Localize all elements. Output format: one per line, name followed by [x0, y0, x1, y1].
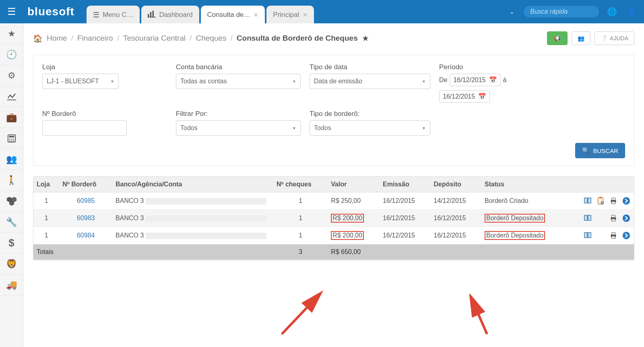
th-status[interactable]: Status: [481, 177, 570, 192]
group-button[interactable]: 👥: [572, 31, 590, 45]
svg-rect-30: [611, 215, 615, 218]
clipboard-add-icon[interactable]: [596, 196, 605, 205]
filtrar-select[interactable]: Todos ▼: [176, 120, 301, 136]
breadcrumb-item[interactable]: Cheques: [196, 34, 227, 43]
cell-emissao: 16/12/2015: [380, 227, 430, 244]
th-ncheques[interactable]: Nº cheques: [273, 177, 328, 192]
svg-rect-6: [9, 136, 14, 137]
nbordero-input[interactable]: [42, 120, 127, 136]
sidebar-chart[interactable]: [0, 86, 23, 107]
tab-label: Consulta de…: [207, 11, 251, 19]
date-to-input[interactable]: 16/12/2015 📅: [439, 90, 490, 103]
sidebar-users[interactable]: 👥: [0, 149, 23, 170]
cell-nbordero[interactable]: 60985: [59, 192, 112, 210]
chevron-down-icon[interactable]: ⌄: [506, 6, 518, 17]
th-emissao[interactable]: Emissão: [380, 177, 430, 192]
th-deposito[interactable]: Depósito: [431, 177, 481, 192]
go-arrow-icon[interactable]: [622, 214, 631, 223]
cell-loja: 1: [33, 227, 59, 244]
th-loja[interactable]: Loja: [33, 177, 59, 192]
caret-icon: ▼: [292, 126, 296, 130]
quick-search-input[interactable]: [523, 5, 600, 18]
caret-icon: ▼: [422, 126, 426, 130]
loja-select[interactable]: LJ-1 - BLUESOFT ▼: [42, 74, 119, 89]
breadcrumb-home[interactable]: Home: [47, 34, 67, 43]
announce-button[interactable]: 📢: [547, 31, 568, 45]
cell-valor: R$ 250,00: [328, 192, 380, 210]
tab-label: Principal: [273, 11, 299, 19]
conta-select[interactable]: Todas as contas ▼: [176, 74, 301, 89]
book-icon[interactable]: [583, 231, 592, 240]
cell-actions: [570, 210, 634, 227]
svg-point-8: [11, 138, 12, 140]
favorite-star-icon[interactable]: ★: [362, 33, 369, 43]
cell-actions: [570, 227, 634, 244]
cell-valor: R$ 200,00: [328, 210, 380, 227]
calendar-icon: 📅: [478, 93, 486, 100]
th-banco[interactable]: Banco/Agência/Conta: [112, 177, 273, 192]
printer-icon[interactable]: [609, 214, 618, 223]
search-button[interactable]: 🔍 BUSCAR: [575, 143, 625, 158]
sidebar-gear[interactable]: ⚙: [0, 65, 23, 86]
sidebar: ★ 🕘 ⚙ 💼 👥 🚶 🔧 $ 🦁 🚚: [0, 23, 23, 347]
table-row: 160983BANCO 3 1R$ 200,0016/12/201516/12/…: [33, 210, 634, 227]
tab-consulta[interactable]: Consulta de… ✕: [201, 6, 265, 23]
cell-nbordero[interactable]: 60984: [59, 227, 112, 244]
cell-ncheques: 1: [273, 192, 328, 210]
user-icon[interactable]: 👤: [624, 4, 639, 19]
menu-toggle[interactable]: ☰: [0, 0, 23, 23]
tabs: ☰ Menu C… Dashboard Consulta de… ✕ Princ…: [87, 0, 314, 23]
tab-principal[interactable]: Principal ✕: [266, 6, 314, 23]
sidebar-boxes[interactable]: [0, 191, 23, 212]
sidebar-wrench[interactable]: 🔧: [0, 212, 23, 233]
sidebar-clock[interactable]: 🕘: [0, 44, 23, 65]
cell-banco: BANCO 3: [112, 192, 273, 210]
date-from-input[interactable]: 16/12/2015 📅: [450, 74, 500, 86]
brand-logo[interactable]: bluesoft: [27, 5, 74, 18]
sidebar-calculator[interactable]: [0, 128, 23, 149]
sidebar-dollar[interactable]: $: [0, 233, 23, 254]
sidebar-person[interactable]: 🚶: [0, 170, 23, 191]
tipobordero-label: Tipo de borderô:: [310, 110, 430, 118]
th-nbordero[interactable]: Nº Borderô: [59, 177, 112, 192]
topbar: ☰ bluesoft ☰ Menu C… Dashboard Consulta …: [0, 0, 644, 23]
tab-dashboard[interactable]: Dashboard: [141, 6, 199, 23]
svg-rect-34: [588, 233, 591, 238]
table-header-row: Loja Nº Borderô Banco/Agência/Conta Nº c…: [33, 177, 634, 192]
tab-menu[interactable]: ☰ Menu C…: [87, 6, 140, 23]
caret-icon: ▼: [110, 79, 114, 84]
tab-label: Dashboard: [159, 11, 192, 19]
printer-icon[interactable]: [609, 196, 618, 205]
cell-ncheques: 1: [273, 210, 328, 227]
sidebar-lion[interactable]: 🦁: [0, 254, 23, 275]
book-icon[interactable]: [583, 214, 592, 223]
sidebar-star[interactable]: ★: [0, 23, 23, 44]
breadcrumb-row: 🏠 Home / Financeiro / Tesouraria Central…: [33, 31, 634, 45]
list-icon: ☰: [93, 10, 99, 19]
cell-nbordero[interactable]: 60983: [59, 210, 112, 227]
cell-deposito: 16/12/2015: [431, 210, 481, 227]
go-arrow-icon[interactable]: [622, 231, 631, 240]
tipobordero-select[interactable]: Todos ▼: [310, 120, 430, 136]
totals-label: Totais: [33, 244, 273, 260]
th-actions: [570, 177, 634, 192]
help-button[interactable]: ❔ AJUDA: [594, 31, 634, 45]
tab-label: Menu C…: [103, 11, 134, 19]
svg-rect-38: [611, 236, 615, 239]
breadcrumb-item[interactable]: Financeiro: [77, 34, 113, 43]
cell-emissao: 16/12/2015: [380, 210, 430, 227]
th-valor[interactable]: Valor: [328, 177, 380, 192]
sidebar-briefcase[interactable]: 💼: [0, 107, 23, 128]
help-label: AJUDA: [610, 35, 628, 41]
breadcrumb-item[interactable]: Tesouraria Central: [123, 34, 186, 43]
go-arrow-icon[interactable]: [622, 196, 631, 205]
sidebar-truck[interactable]: 🚚: [0, 275, 23, 295]
printer-icon[interactable]: [609, 231, 618, 240]
tipodata-select[interactable]: Data de emissão ▼: [310, 74, 430, 89]
close-icon[interactable]: ✕: [303, 12, 308, 18]
totals-row: Totais 3 R$ 650,00: [33, 244, 634, 260]
book-icon[interactable]: [583, 196, 592, 205]
home-icon: 🏠: [33, 34, 43, 43]
close-icon[interactable]: ✕: [254, 12, 258, 18]
globe-icon[interactable]: 🌐: [605, 4, 619, 19]
